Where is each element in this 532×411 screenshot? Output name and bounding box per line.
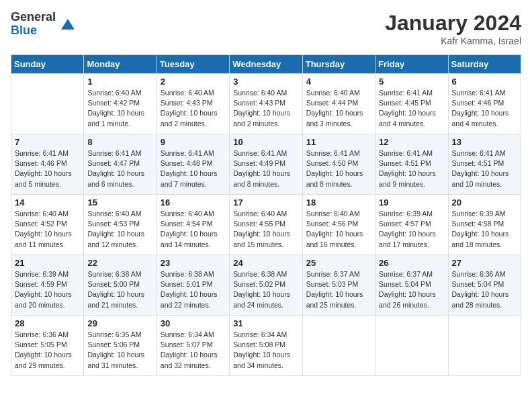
calendar-cell: 6Sunrise: 6:41 AM Sunset: 4:46 PM Daylig… <box>448 74 521 134</box>
day-number: 11 <box>306 137 371 147</box>
calendar-cell: 20Sunrise: 6:39 AM Sunset: 4:58 PM Dayli… <box>448 195 521 255</box>
day-number: 23 <box>161 258 226 268</box>
day-info: Sunrise: 6:35 AM Sunset: 5:06 PM Dayligh… <box>87 330 152 371</box>
day-number: 29 <box>87 318 152 328</box>
calendar-cell <box>375 316 448 376</box>
calendar-cell: 28Sunrise: 6:36 AM Sunset: 5:05 PM Dayli… <box>11 316 84 376</box>
day-number: 22 <box>87 258 152 268</box>
calendar-cell <box>11 74 84 134</box>
day-info: Sunrise: 6:41 AM Sunset: 4:51 PM Dayligh… <box>379 148 444 189</box>
weekday-header: Friday <box>375 55 448 74</box>
day-info: Sunrise: 6:40 AM Sunset: 4:43 PM Dayligh… <box>161 88 226 129</box>
day-info: Sunrise: 6:40 AM Sunset: 4:54 PM Dayligh… <box>161 209 226 250</box>
calendar-cell: 3Sunrise: 6:40 AM Sunset: 4:43 PM Daylig… <box>230 74 302 134</box>
day-info: Sunrise: 6:40 AM Sunset: 4:44 PM Dayligh… <box>306 88 371 129</box>
day-info: Sunrise: 6:40 AM Sunset: 4:53 PM Dayligh… <box>87 209 152 250</box>
day-number: 25 <box>306 258 371 268</box>
calendar-cell: 21Sunrise: 6:39 AM Sunset: 4:59 PM Dayli… <box>11 255 84 316</box>
day-number: 15 <box>87 197 152 208</box>
day-number: 18 <box>306 197 371 208</box>
day-info: Sunrise: 6:39 AM Sunset: 4:59 PM Dayligh… <box>15 269 80 310</box>
calendar-cell: 24Sunrise: 6:38 AM Sunset: 5:02 PM Dayli… <box>230 255 302 316</box>
day-info: Sunrise: 6:38 AM Sunset: 5:02 PM Dayligh… <box>233 269 298 310</box>
calendar-cell: 11Sunrise: 6:41 AM Sunset: 4:50 PM Dayli… <box>302 134 375 195</box>
logo-text: General Blue <box>11 11 56 38</box>
calendar-cell: 5Sunrise: 6:41 AM Sunset: 4:45 PM Daylig… <box>375 74 448 134</box>
day-info: Sunrise: 6:40 AM Sunset: 4:42 PM Dayligh… <box>87 88 152 129</box>
logo-icon <box>58 16 75 32</box>
logo-general: General <box>11 11 56 24</box>
svg-marker-0 <box>61 19 75 30</box>
day-number: 31 <box>233 318 298 328</box>
weekday-header: Saturday <box>448 55 521 74</box>
calendar-cell: 2Sunrise: 6:40 AM Sunset: 4:43 PM Daylig… <box>157 74 229 134</box>
day-info: Sunrise: 6:40 AM Sunset: 4:56 PM Dayligh… <box>306 209 371 250</box>
day-info: Sunrise: 6:37 AM Sunset: 5:03 PM Dayligh… <box>306 269 371 310</box>
day-info: Sunrise: 6:41 AM Sunset: 4:46 PM Dayligh… <box>15 148 80 189</box>
title-block: January 2024 Kafr Kamma, Israel <box>385 11 521 46</box>
calendar-table: SundayMondayTuesdayWednesdayThursdayFrid… <box>11 54 521 376</box>
day-info: Sunrise: 6:39 AM Sunset: 4:57 PM Dayligh… <box>379 209 444 250</box>
calendar-cell: 9Sunrise: 6:41 AM Sunset: 4:48 PM Daylig… <box>157 134 229 195</box>
calendar-cell: 19Sunrise: 6:39 AM Sunset: 4:57 PM Dayli… <box>375 195 448 255</box>
day-number: 13 <box>452 137 517 147</box>
day-info: Sunrise: 6:40 AM Sunset: 4:43 PM Dayligh… <box>233 88 298 129</box>
calendar-row: 14Sunrise: 6:40 AM Sunset: 4:52 PM Dayli… <box>11 195 521 255</box>
calendar-cell: 18Sunrise: 6:40 AM Sunset: 4:56 PM Dayli… <box>302 195 375 255</box>
logo-blue: Blue <box>11 24 56 38</box>
day-info: Sunrise: 6:36 AM Sunset: 5:04 PM Dayligh… <box>452 269 517 310</box>
day-number: 2 <box>161 77 226 87</box>
calendar-cell: 30Sunrise: 6:34 AM Sunset: 5:07 PM Dayli… <box>157 316 229 376</box>
day-number: 3 <box>233 77 298 87</box>
day-number: 17 <box>233 197 298 208</box>
day-number: 19 <box>379 197 444 208</box>
calendar-cell: 26Sunrise: 6:37 AM Sunset: 5:04 PM Dayli… <box>375 255 448 316</box>
calendar-cell <box>448 316 521 376</box>
calendar-header: SundayMondayTuesdayWednesdayThursdayFrid… <box>11 55 521 74</box>
weekday-header: Wednesday <box>230 55 302 74</box>
day-number: 20 <box>452 197 517 208</box>
day-info: Sunrise: 6:39 AM Sunset: 4:58 PM Dayligh… <box>452 209 517 250</box>
day-number: 12 <box>379 137 444 147</box>
calendar-cell: 25Sunrise: 6:37 AM Sunset: 5:03 PM Dayli… <box>302 255 375 316</box>
calendar-cell: 12Sunrise: 6:41 AM Sunset: 4:51 PM Dayli… <box>375 134 448 195</box>
header-row: SundayMondayTuesdayWednesdayThursdayFrid… <box>11 55 521 74</box>
day-info: Sunrise: 6:41 AM Sunset: 4:49 PM Dayligh… <box>233 148 298 189</box>
day-info: Sunrise: 6:41 AM Sunset: 4:47 PM Dayligh… <box>87 148 152 189</box>
logo: General Blue <box>11 11 75 38</box>
day-number: 1 <box>87 77 152 87</box>
day-number: 28 <box>15 318 80 328</box>
calendar-cell: 27Sunrise: 6:36 AM Sunset: 5:04 PM Dayli… <box>448 255 521 316</box>
day-number: 4 <box>306 77 371 87</box>
day-info: Sunrise: 6:41 AM Sunset: 4:46 PM Dayligh… <box>452 88 517 129</box>
calendar-cell: 29Sunrise: 6:35 AM Sunset: 5:06 PM Dayli… <box>84 316 157 376</box>
calendar-cell: 4Sunrise: 6:40 AM Sunset: 4:44 PM Daylig… <box>302 74 375 134</box>
calendar-row: 7Sunrise: 6:41 AM Sunset: 4:46 PM Daylig… <box>11 134 521 195</box>
day-info: Sunrise: 6:38 AM Sunset: 5:00 PM Dayligh… <box>87 269 152 310</box>
day-info: Sunrise: 6:37 AM Sunset: 5:04 PM Dayligh… <box>379 269 444 310</box>
month-title: January 2024 <box>385 11 521 36</box>
day-number: 24 <box>233 258 298 268</box>
day-info: Sunrise: 6:34 AM Sunset: 5:08 PM Dayligh… <box>233 330 298 371</box>
page-header: General Blue January 2024 Kafr Kamma, Is… <box>11 11 521 46</box>
day-number: 16 <box>161 197 226 208</box>
calendar-cell: 23Sunrise: 6:38 AM Sunset: 5:01 PM Dayli… <box>157 255 229 316</box>
day-info: Sunrise: 6:34 AM Sunset: 5:07 PM Dayligh… <box>161 330 226 371</box>
day-number: 6 <box>452 77 517 87</box>
day-number: 30 <box>161 318 226 328</box>
day-number: 5 <box>379 77 444 87</box>
calendar-cell: 22Sunrise: 6:38 AM Sunset: 5:00 PM Dayli… <box>84 255 157 316</box>
day-number: 27 <box>452 258 517 268</box>
day-number: 26 <box>379 258 444 268</box>
weekday-header: Tuesday <box>157 55 229 74</box>
calendar-row: 1Sunrise: 6:40 AM Sunset: 4:42 PM Daylig… <box>11 74 521 134</box>
day-info: Sunrise: 6:41 AM Sunset: 4:50 PM Dayligh… <box>306 148 371 189</box>
day-number: 9 <box>161 137 226 147</box>
calendar-cell: 7Sunrise: 6:41 AM Sunset: 4:46 PM Daylig… <box>11 134 84 195</box>
calendar-cell: 15Sunrise: 6:40 AM Sunset: 4:53 PM Dayli… <box>84 195 157 255</box>
day-number: 7 <box>15 137 80 147</box>
day-info: Sunrise: 6:41 AM Sunset: 4:45 PM Dayligh… <box>379 88 444 129</box>
calendar-cell: 13Sunrise: 6:41 AM Sunset: 4:51 PM Dayli… <box>448 134 521 195</box>
location-subtitle: Kafr Kamma, Israel <box>385 36 521 46</box>
calendar-row: 21Sunrise: 6:39 AM Sunset: 4:59 PM Dayli… <box>11 255 521 316</box>
